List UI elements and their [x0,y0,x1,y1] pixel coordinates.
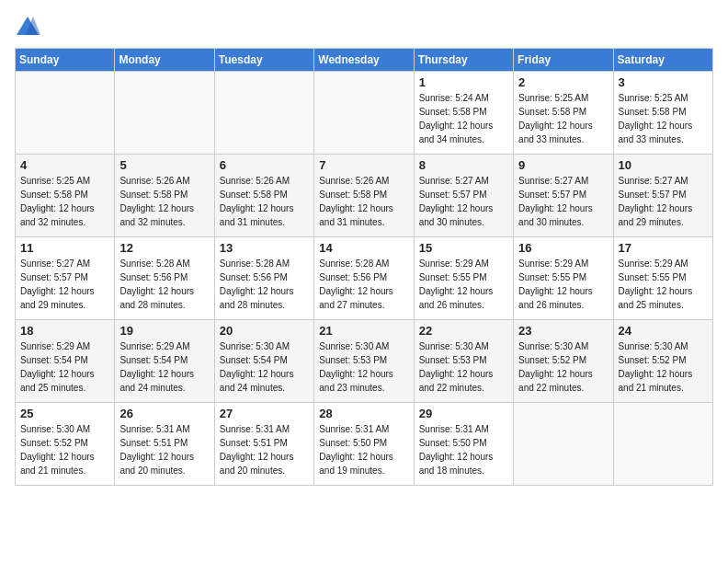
day-number: 4 [20,158,109,172]
calendar-cell [613,403,712,486]
day-number: 14 [319,241,408,255]
day-info: Sunrise: 5:27 AM Sunset: 5:57 PM Dayligh… [518,174,608,229]
day-number: 26 [119,407,209,420]
calendar-week: 1Sunrise: 5:24 AM Sunset: 5:58 PM Daylig… [16,72,713,155]
calendar-week: 11Sunrise: 5:27 AM Sunset: 5:57 PM Dayli… [16,237,713,320]
calendar-cell: 17Sunrise: 5:29 AM Sunset: 5:55 PM Dayli… [613,237,712,320]
weekday-header: Sunday [16,49,115,72]
day-number: 27 [220,407,309,420]
day-number: 28 [319,407,408,420]
day-number: 24 [619,324,708,338]
calendar-cell: 2Sunrise: 5:25 AM Sunset: 5:58 PM Daylig… [514,72,613,155]
day-number: 9 [518,158,608,172]
day-number: 11 [20,241,109,255]
day-info: Sunrise: 5:30 AM Sunset: 5:52 PM Dayligh… [20,422,109,477]
weekday-header: Friday [514,49,613,72]
day-info: Sunrise: 5:25 AM Sunset: 5:58 PM Dayligh… [20,174,109,229]
day-info: Sunrise: 5:29 AM Sunset: 5:55 PM Dayligh… [518,257,608,312]
calendar-table: SundayMondayTuesdayWednesdayThursdayFrid… [15,48,713,486]
day-info: Sunrise: 5:26 AM Sunset: 5:58 PM Dayligh… [319,174,408,229]
day-info: Sunrise: 5:24 AM Sunset: 5:58 PM Dayligh… [419,91,508,146]
page-header [15,15,713,40]
calendar-cell: 28Sunrise: 5:31 AM Sunset: 5:50 PM Dayli… [314,403,414,486]
day-number: 1 [419,75,508,89]
calendar-cell: 13Sunrise: 5:28 AM Sunset: 5:56 PM Dayli… [214,237,313,320]
day-number: 10 [619,158,708,172]
calendar-cell: 18Sunrise: 5:29 AM Sunset: 5:54 PM Dayli… [16,320,115,403]
day-number: 22 [419,324,508,338]
calendar-cell [214,72,313,155]
weekday-header: Saturday [613,49,712,72]
calendar-cell: 11Sunrise: 5:27 AM Sunset: 5:57 PM Dayli… [16,237,115,320]
calendar-week: 18Sunrise: 5:29 AM Sunset: 5:54 PM Dayli… [16,320,713,403]
calendar-cell: 16Sunrise: 5:29 AM Sunset: 5:55 PM Dayli… [514,237,613,320]
calendar-cell [115,72,214,155]
day-number: 18 [20,324,109,338]
day-info: Sunrise: 5:28 AM Sunset: 5:56 PM Dayligh… [220,257,309,312]
day-info: Sunrise: 5:28 AM Sunset: 5:56 PM Dayligh… [319,257,408,312]
day-info: Sunrise: 5:29 AM Sunset: 5:54 PM Dayligh… [119,339,209,395]
day-number: 2 [518,75,608,89]
day-info: Sunrise: 5:27 AM Sunset: 5:57 PM Dayligh… [419,174,508,229]
calendar-cell: 10Sunrise: 5:27 AM Sunset: 5:57 PM Dayli… [613,155,712,237]
day-number: 23 [518,324,608,338]
calendar-cell: 19Sunrise: 5:29 AM Sunset: 5:54 PM Dayli… [115,320,214,403]
day-number: 29 [419,407,508,420]
day-info: Sunrise: 5:29 AM Sunset: 5:54 PM Dayligh… [20,339,109,395]
calendar-header: SundayMondayTuesdayWednesdayThursdayFrid… [16,49,713,72]
day-number: 20 [220,324,309,338]
day-number: 6 [220,158,309,172]
calendar-cell: 22Sunrise: 5:30 AM Sunset: 5:53 PM Dayli… [414,320,513,403]
calendar-cell: 25Sunrise: 5:30 AM Sunset: 5:52 PM Dayli… [16,403,115,486]
day-info: Sunrise: 5:25 AM Sunset: 5:58 PM Dayligh… [619,91,708,146]
weekday-header: Tuesday [214,49,313,72]
day-number: 15 [419,241,508,255]
calendar-cell [314,72,414,155]
weekday-header: Wednesday [314,49,414,72]
calendar-cell: 29Sunrise: 5:31 AM Sunset: 5:50 PM Dayli… [414,403,513,486]
day-number: 16 [518,241,608,255]
logo [15,15,44,40]
calendar-cell: 20Sunrise: 5:30 AM Sunset: 5:54 PM Dayli… [214,320,313,403]
day-number: 21 [319,324,408,338]
day-info: Sunrise: 5:30 AM Sunset: 5:52 PM Dayligh… [619,339,708,395]
calendar-cell: 8Sunrise: 5:27 AM Sunset: 5:57 PM Daylig… [414,155,513,237]
day-info: Sunrise: 5:25 AM Sunset: 5:58 PM Dayligh… [518,91,608,146]
calendar-cell: 21Sunrise: 5:30 AM Sunset: 5:53 PM Dayli… [314,320,414,403]
calendar-cell: 15Sunrise: 5:29 AM Sunset: 5:55 PM Dayli… [414,237,513,320]
calendar-cell: 5Sunrise: 5:26 AM Sunset: 5:58 PM Daylig… [115,155,214,237]
calendar-cell: 7Sunrise: 5:26 AM Sunset: 5:58 PM Daylig… [314,155,414,237]
day-info: Sunrise: 5:31 AM Sunset: 5:51 PM Dayligh… [220,422,309,477]
day-number: 17 [619,241,708,255]
calendar-cell: 3Sunrise: 5:25 AM Sunset: 5:58 PM Daylig… [613,72,712,155]
weekday-header: Monday [115,49,214,72]
day-number: 19 [119,324,209,338]
day-info: Sunrise: 5:30 AM Sunset: 5:52 PM Dayligh… [518,339,608,395]
day-info: Sunrise: 5:27 AM Sunset: 5:57 PM Dayligh… [20,257,109,312]
day-number: 12 [119,241,209,255]
day-info: Sunrise: 5:26 AM Sunset: 5:58 PM Dayligh… [220,174,309,229]
calendar-cell: 23Sunrise: 5:30 AM Sunset: 5:52 PM Dayli… [514,320,613,403]
day-info: Sunrise: 5:28 AM Sunset: 5:56 PM Dayligh… [119,257,209,312]
day-info: Sunrise: 5:27 AM Sunset: 5:57 PM Dayligh… [619,174,708,229]
calendar-week: 25Sunrise: 5:30 AM Sunset: 5:52 PM Dayli… [16,403,713,486]
calendar-cell: 24Sunrise: 5:30 AM Sunset: 5:52 PM Dayli… [613,320,712,403]
day-info: Sunrise: 5:31 AM Sunset: 5:50 PM Dayligh… [419,422,508,477]
day-info: Sunrise: 5:31 AM Sunset: 5:50 PM Dayligh… [319,422,408,477]
logo-icon [15,15,40,40]
day-info: Sunrise: 5:29 AM Sunset: 5:55 PM Dayligh… [419,257,508,312]
calendar-cell: 26Sunrise: 5:31 AM Sunset: 5:51 PM Dayli… [115,403,214,486]
calendar-cell [16,72,115,155]
calendar-cell: 6Sunrise: 5:26 AM Sunset: 5:58 PM Daylig… [214,155,313,237]
weekday-header: Thursday [414,49,513,72]
calendar-cell: 9Sunrise: 5:27 AM Sunset: 5:57 PM Daylig… [514,155,613,237]
day-number: 3 [619,75,708,89]
day-info: Sunrise: 5:30 AM Sunset: 5:53 PM Dayligh… [319,339,408,395]
day-info: Sunrise: 5:29 AM Sunset: 5:55 PM Dayligh… [619,257,708,312]
day-info: Sunrise: 5:30 AM Sunset: 5:53 PM Dayligh… [419,339,508,395]
calendar-cell: 27Sunrise: 5:31 AM Sunset: 5:51 PM Dayli… [214,403,313,486]
day-info: Sunrise: 5:31 AM Sunset: 5:51 PM Dayligh… [119,422,209,477]
day-info: Sunrise: 5:30 AM Sunset: 5:54 PM Dayligh… [220,339,309,395]
day-number: 5 [119,158,209,172]
day-number: 7 [319,158,408,172]
